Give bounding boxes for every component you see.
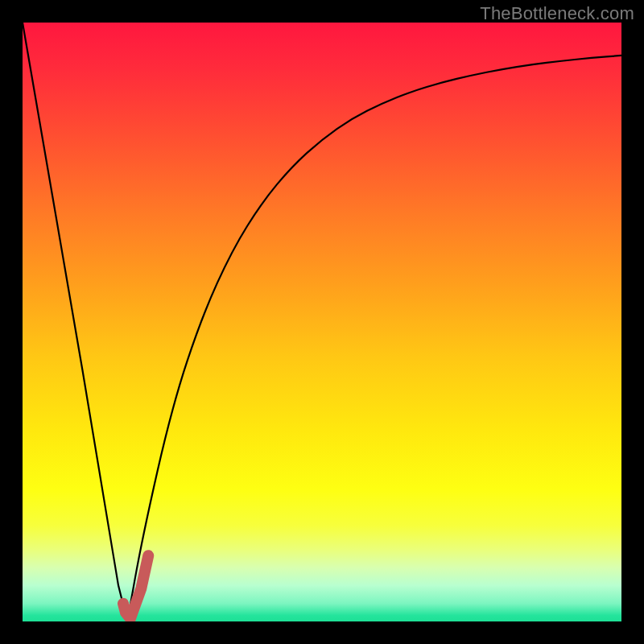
chart-canvas xyxy=(23,23,621,621)
watermark-label: TheBottleneck.com xyxy=(480,3,634,24)
curve-right-branch xyxy=(127,56,621,621)
plot-area xyxy=(23,23,621,621)
curve-left-branch xyxy=(23,23,127,621)
highlight-marker xyxy=(123,555,148,618)
